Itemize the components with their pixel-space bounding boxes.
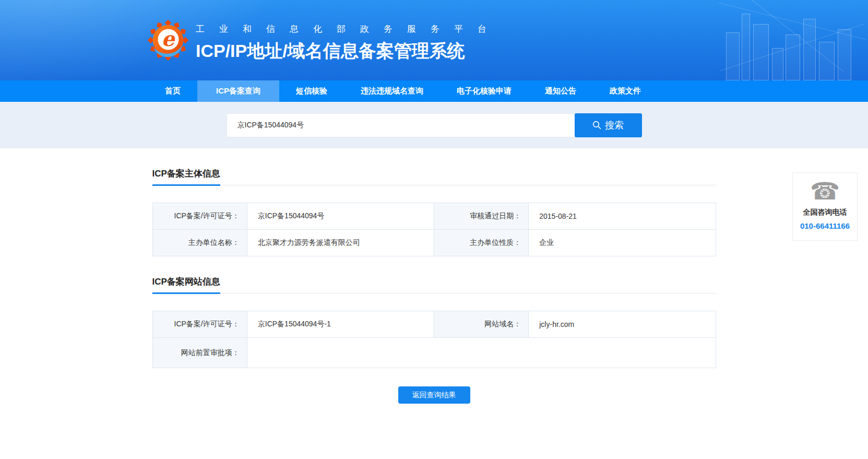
website-section-header: ICP备案网站信息 [152, 276, 716, 293]
brand: e 工业和信息化部政务服务平台 ICP/IP地址/域名信息备案管理系统 [148, 20, 501, 63]
subject-license-label: ICP备案/许可证号： [152, 203, 247, 230]
search-input[interactable] [227, 113, 575, 137]
nav-item-home[interactable]: 首页 [148, 80, 197, 102]
website-license-value: 京ICP备15044094号-1 [247, 311, 434, 338]
search-band: 搜索 [0, 102, 868, 148]
search-button[interactable]: 搜索 [575, 113, 642, 137]
consult-phone-card: ☎ 全国咨询电话 010-66411166 [792, 172, 858, 241]
nav-item-notices[interactable]: 通知公告 [528, 80, 593, 102]
table-row: ICP备案/许可证号： 京ICP备15044094号-1 网站域名： jcly-… [152, 311, 716, 338]
subject-info-table: ICP备案/许可证号： 京ICP备15044094号 审核通过日期： 2015-… [152, 203, 716, 256]
subject-license-value: 京ICP备15044094号 [247, 203, 434, 230]
pre-approval-value [247, 338, 716, 368]
nav-item-policy-docs[interactable]: 政策文件 [593, 80, 658, 102]
subject-section-title: ICP备案主体信息 [152, 168, 220, 186]
pre-approval-label: 网站前置审批项： [152, 338, 247, 368]
nav-item-electronic-verify[interactable]: 电子化核验申请 [440, 80, 528, 102]
subject-section-header: ICP备案主体信息 [152, 168, 716, 185]
review-date-label: 审核通过日期： [434, 203, 528, 230]
page-header: e 工业和信息化部政务服务平台 ICP/IP地址/域名信息备案管理系统 [0, 0, 868, 80]
table-row: 主办单位名称： 北京聚才力源劳务派遣有限公司 主办单位性质： 企业 [152, 230, 716, 256]
main-nav: 首页 ICP备案查询 短信核验 违法违规域名查询 电子化核验申请 通知公告 政策… [0, 80, 868, 102]
search-icon [592, 121, 601, 130]
result-content: ICP备案主体信息 ICP备案/许可证号： 京ICP备15044094号 审核通… [152, 168, 716, 404]
website-domain-value: jcly-hr.com [529, 311, 716, 338]
organizer-nature-label: 主办单位性质： [434, 230, 528, 256]
website-info-table: ICP备案/许可证号： 京ICP备15044094号-1 网站域名： jcly-… [152, 311, 716, 368]
table-row: 网站前置审批项： [152, 338, 716, 368]
website-license-label: ICP备案/许可证号： [152, 311, 247, 338]
organizer-nature-value: 企业 [529, 230, 716, 256]
header-city-decoration [717, 0, 868, 80]
organizer-name-value: 北京聚才力源劳务派遣有限公司 [247, 230, 434, 256]
miit-logo-icon: e [148, 20, 188, 61]
website-domain-label: 网站域名： [434, 311, 528, 338]
organizer-name-label: 主办单位名称： [152, 230, 247, 256]
table-row: ICP备案/许可证号： 京ICP备15044094号 审核通过日期： 2015-… [152, 203, 716, 230]
nav-item-illegal-domain-query[interactable]: 违法违规域名查询 [344, 80, 440, 102]
phone-number: 010-66411166 [793, 221, 857, 230]
system-title: ICP/IP地址/域名信息备案管理系统 [196, 39, 501, 63]
platform-title: 工业和信息化部政务服务平台 [196, 23, 501, 35]
search-button-label: 搜索 [605, 119, 624, 132]
back-to-results-button[interactable]: 返回查询结果 [398, 386, 470, 404]
review-date-value: 2015-08-21 [529, 203, 716, 230]
phone-icon: ☎ [793, 178, 857, 205]
svg-text:e: e [162, 27, 176, 51]
phone-card-label: 全国咨询电话 [793, 208, 857, 217]
website-section-title: ICP备案网站信息 [152, 276, 220, 294]
nav-item-sms-verify[interactable]: 短信核验 [279, 80, 344, 102]
nav-item-icp-query[interactable]: ICP备案查询 [197, 80, 279, 102]
